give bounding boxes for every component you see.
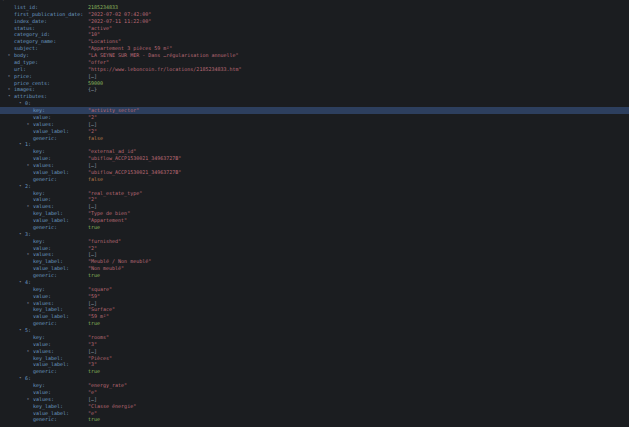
tree-row[interactable]: key_label:"Pièces" <box>0 355 629 362</box>
tree-row[interactable]: ▸body:"LA SEYNE SUR MER - Dans …régulari… <box>0 52 629 59</box>
tree-row[interactable]: key:"rooms" <box>0 334 629 341</box>
tree-row[interactable]: key_label:"Classe énergie" <box>0 403 629 410</box>
tree-row[interactable]: price_cents:59000 <box>0 80 629 87</box>
tree-row[interactable]: key:"furnished" <box>0 238 629 245</box>
tree-row[interactable]: generic:false <box>0 135 629 142</box>
attribute-item-row[interactable]: ▾3: <box>0 231 629 238</box>
tree-row[interactable]: value:"2" <box>0 196 629 203</box>
tree-row[interactable]: generic:true <box>0 320 629 327</box>
attribute-item-row[interactable]: ▾1: <box>0 141 629 148</box>
tree-row[interactable]: index_date:"2022-07-11 11:22:00" <box>0 18 629 25</box>
attribute-item-row[interactable]: ▾4: <box>0 279 629 286</box>
tree-row[interactable]: value_label:"Non meublé" <box>0 265 629 272</box>
tree-row[interactable]: first_publication_date:"2022-07-02 07:42… <box>0 11 629 18</box>
tree-row[interactable]: ▸price:[…] <box>0 73 629 80</box>
tree-row[interactable]: key:"external_ad_id" <box>0 148 629 155</box>
tree-row[interactable]: value_label:"e" <box>0 410 629 417</box>
tree-row[interactable]: value:"ubiflow_ACCP1530021_34963727B" <box>0 155 629 162</box>
tree-row[interactable]: generic:false <box>0 176 629 183</box>
tree-row[interactable]: value_label:"2" <box>0 128 629 135</box>
tree-row[interactable]: ▸values:[…] <box>0 348 629 355</box>
tree-row[interactable]: generic:true <box>0 368 629 375</box>
tree-row[interactable]: value:"2" <box>0 114 629 121</box>
tree-row[interactable]: subject:"Appartement 3 pièces 59 m²" <box>0 45 629 52</box>
tree-row[interactable]: key_label:"Surface" <box>0 306 629 313</box>
tree-row[interactable]: ▸values:[…] <box>0 300 629 307</box>
tree-row[interactable]: key_label:"Type de bien" <box>0 210 629 217</box>
tree-row[interactable]: ▸values:[…] <box>0 162 629 169</box>
tree-row[interactable]: url:"https://www.leboncoin.fr/locations/… <box>0 66 629 73</box>
json-value: true <box>88 416 100 423</box>
attribute-item-row[interactable]: ▾6: <box>0 375 629 382</box>
tree-row[interactable]: ▾attributes: <box>0 93 629 100</box>
attribute-item-row[interactable]: ▾5: <box>0 327 629 334</box>
tree-row[interactable]: value:"2" <box>0 245 629 252</box>
json-tree-rows: ▾list_id:2185234833first_publication_dat… <box>0 0 629 423</box>
tree-row[interactable]: value_label:"59 m²" <box>0 313 629 320</box>
tree-row[interactable]: category_id:"10" <box>0 31 629 38</box>
tree-row[interactable]: value:"3" <box>0 341 629 348</box>
tree-row[interactable]: list_id:2185234833 <box>0 4 629 11</box>
tree-row[interactable]: key_label:"Meublé / Non meublé" <box>0 258 629 265</box>
tree-row[interactable]: generic:true <box>0 224 629 231</box>
tree-row[interactable]: generic:true <box>0 272 629 279</box>
tree-row[interactable]: ad_type:"offer" <box>0 59 629 66</box>
tree-row[interactable]: value_label:"Appartement" <box>0 217 629 224</box>
tree-row[interactable]: key:"energy_rate" <box>0 382 629 389</box>
tree-row[interactable]: value_label:"3" <box>0 361 629 368</box>
tree-row[interactable]: ▸values:[…] <box>0 121 629 128</box>
json-tree-viewer[interactable]: ▾list_id:2185234833first_publication_dat… <box>0 0 629 427</box>
tree-row[interactable]: value:"59" <box>0 293 629 300</box>
attribute-item-row[interactable]: ▾2: <box>0 183 629 190</box>
tree-row[interactable]: key:"square" <box>0 286 629 293</box>
attribute-item-row[interactable]: ▾0: <box>0 100 629 107</box>
tree-row[interactable]: ▸values:[…] <box>0 251 629 258</box>
json-key: generic: <box>33 416 57 423</box>
tree-row[interactable]: generic:true <box>0 416 629 423</box>
tree-row[interactable]: ▸images:{…} <box>0 86 629 93</box>
tree-row[interactable]: status:"active" <box>0 25 629 32</box>
tree-row[interactable]: category_name:"Locations" <box>0 38 629 45</box>
tree-row[interactable]: value:"e" <box>0 389 629 396</box>
tree-row[interactable]: ▸values:[…] <box>0 203 629 210</box>
tree-row[interactable]: ▸values:[…] <box>0 396 629 403</box>
selected-row[interactable]: key:"activity_sector" <box>0 107 629 114</box>
tree-row[interactable]: key:"real_estate_type" <box>0 190 629 197</box>
tree-row[interactable]: value_label:"ubiflow_ACCP1530021_3496372… <box>0 169 629 176</box>
